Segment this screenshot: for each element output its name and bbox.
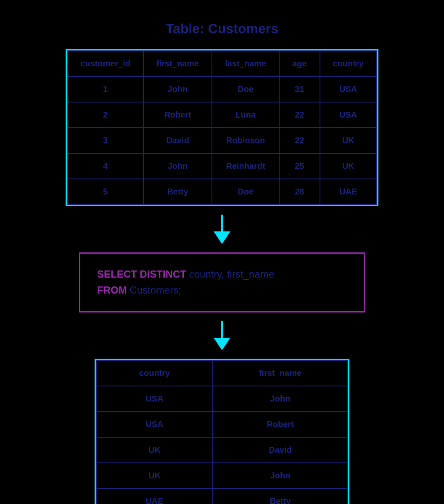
result-cell: David [213, 437, 348, 463]
table-cell: 3 [67, 128, 143, 153]
result-cell: UAE [96, 488, 213, 504]
sql-keyword-from: FROM [97, 284, 127, 296]
col-header-age: age [279, 51, 320, 76]
col-header-country: country [320, 51, 377, 76]
arrow-1 [214, 215, 230, 244]
table-cell: 1 [67, 76, 143, 102]
table-cell: John [143, 76, 212, 102]
result-col-header-first-name: first_name [213, 360, 348, 386]
result-cell: Robert [213, 412, 348, 437]
table-row: 1JohnDoe31USA [67, 76, 377, 102]
table-cell: Betty [143, 179, 212, 205]
table-cell: 4 [67, 153, 143, 179]
sql-text-columns: country, first_name [186, 268, 274, 280]
result-col-header-country: country [96, 360, 213, 386]
table-row: 5BettyDoe28UAE [67, 179, 377, 205]
sql-text-table: Customers; [127, 284, 181, 296]
table-row: 4JohnReinhardt25UK [67, 153, 377, 179]
table-cell: UK [320, 128, 377, 153]
sql-line-1: SELECT DISTINCT country, first_name [97, 266, 347, 282]
sql-keyword-select: SELECT DISTINCT [97, 268, 186, 280]
result-cell: UK [96, 437, 213, 463]
result-row: UKDavid [96, 437, 348, 463]
result-cell: John [213, 386, 348, 412]
table-header-row: customer_id first_name last_name age cou… [67, 51, 377, 76]
col-header-first-name: first_name [143, 51, 212, 76]
top-table-container: customer_id first_name last_name age cou… [66, 49, 378, 206]
table-cell: Luna [212, 102, 279, 128]
table-cell: Robert [143, 102, 212, 128]
table-cell: UAE [320, 179, 377, 205]
table-cell: Doe [212, 179, 279, 205]
sql-query-box: SELECT DISTINCT country, first_name FROM… [79, 252, 365, 312]
table-cell: 22 [279, 102, 320, 128]
result-cell: USA [96, 412, 213, 437]
col-header-last-name: last_name [212, 51, 279, 76]
table-cell: Reinhardt [212, 153, 279, 179]
table-row: 2RobertLuna22USA [67, 102, 377, 128]
table-cell: USA [320, 76, 377, 102]
result-table: country first_name USAJohnUSARobertUKDav… [96, 360, 348, 504]
page-title: Table: Customers [166, 21, 278, 37]
arrow-head-2 [214, 338, 230, 350]
table-cell: Doe [212, 76, 279, 102]
arrow-2 [214, 321, 230, 350]
result-row: UKJohn [96, 463, 348, 488]
arrow-head-1 [214, 231, 230, 244]
table-cell: 22 [279, 128, 320, 153]
col-header-customer-id: customer_id [67, 51, 143, 76]
table-cell: USA [320, 102, 377, 128]
arrow-shaft-1 [221, 215, 223, 231]
sql-line-2: FROM Customers; [97, 282, 347, 298]
result-header-row: country first_name [96, 360, 348, 386]
result-cell: John [213, 463, 348, 488]
table-cell: 5 [67, 179, 143, 205]
result-row: USAJohn [96, 386, 348, 412]
arrow-shaft-2 [221, 321, 223, 338]
table-cell: 28 [279, 179, 320, 205]
table-cell: UK [320, 153, 377, 179]
result-row: UAEBetty [96, 488, 348, 504]
result-cell: UK [96, 463, 213, 488]
table-cell: John [143, 153, 212, 179]
table-cell: 2 [67, 102, 143, 128]
table-cell: 25 [279, 153, 320, 179]
bottom-table-container: country first_name USAJohnUSARobertUKDav… [95, 359, 349, 504]
table-cell: David [143, 128, 212, 153]
table-cell: 31 [279, 76, 320, 102]
table-row: 3DavidRobinson22UK [67, 128, 377, 153]
result-cell: Betty [213, 488, 348, 504]
customers-table: customer_id first_name last_name age cou… [67, 50, 377, 205]
result-cell: USA [96, 386, 213, 412]
table-cell: Robinson [212, 128, 279, 153]
result-row: USARobert [96, 412, 348, 437]
